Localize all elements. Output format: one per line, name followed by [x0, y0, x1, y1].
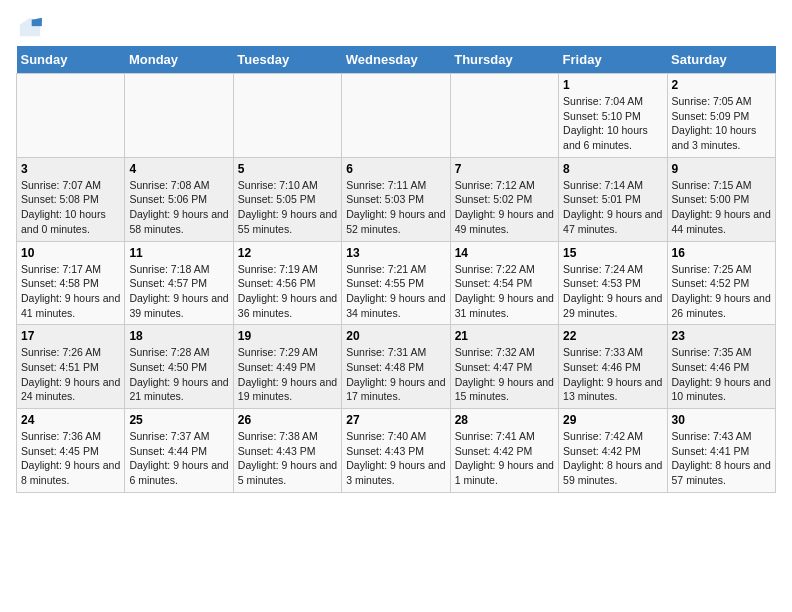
calendar-cell-w3d6: 15Sunrise: 7:24 AM Sunset: 4:53 PM Dayli…	[559, 241, 667, 325]
week-row-2: 3Sunrise: 7:07 AM Sunset: 5:08 PM Daylig…	[17, 157, 776, 241]
weekday-header-friday: Friday	[559, 46, 667, 74]
week-row-3: 10Sunrise: 7:17 AM Sunset: 4:58 PM Dayli…	[17, 241, 776, 325]
calendar-body: 1Sunrise: 7:04 AM Sunset: 5:10 PM Daylig…	[17, 74, 776, 493]
calendar-cell-w2d6: 8Sunrise: 7:14 AM Sunset: 5:01 PM Daylig…	[559, 157, 667, 241]
day-info: Sunrise: 7:38 AM Sunset: 4:43 PM Dayligh…	[238, 429, 337, 488]
weekday-header-sunday: Sunday	[17, 46, 125, 74]
calendar-cell-w2d3: 5Sunrise: 7:10 AM Sunset: 5:05 PM Daylig…	[233, 157, 341, 241]
day-number: 4	[129, 162, 228, 176]
calendar-cell-w1d6: 1Sunrise: 7:04 AM Sunset: 5:10 PM Daylig…	[559, 74, 667, 158]
calendar-cell-w1d2	[125, 74, 233, 158]
calendar-cell-w3d2: 11Sunrise: 7:18 AM Sunset: 4:57 PM Dayli…	[125, 241, 233, 325]
day-info: Sunrise: 7:43 AM Sunset: 4:41 PM Dayligh…	[672, 429, 771, 488]
day-number: 10	[21, 246, 120, 260]
day-info: Sunrise: 7:36 AM Sunset: 4:45 PM Dayligh…	[21, 429, 120, 488]
day-number: 1	[563, 78, 662, 92]
day-info: Sunrise: 7:28 AM Sunset: 4:50 PM Dayligh…	[129, 345, 228, 404]
week-row-1: 1Sunrise: 7:04 AM Sunset: 5:10 PM Daylig…	[17, 74, 776, 158]
calendar-cell-w4d2: 18Sunrise: 7:28 AM Sunset: 4:50 PM Dayli…	[125, 325, 233, 409]
weekday-header-saturday: Saturday	[667, 46, 775, 74]
calendar-cell-w2d7: 9Sunrise: 7:15 AM Sunset: 5:00 PM Daylig…	[667, 157, 775, 241]
day-info: Sunrise: 7:15 AM Sunset: 5:00 PM Dayligh…	[672, 178, 771, 237]
day-info: Sunrise: 7:05 AM Sunset: 5:09 PM Dayligh…	[672, 94, 771, 153]
day-number: 9	[672, 162, 771, 176]
calendar-cell-w5d5: 28Sunrise: 7:41 AM Sunset: 4:42 PM Dayli…	[450, 409, 558, 493]
calendar-cell-w1d1	[17, 74, 125, 158]
day-number: 20	[346, 329, 445, 343]
day-number: 24	[21, 413, 120, 427]
calendar-cell-w5d7: 30Sunrise: 7:43 AM Sunset: 4:41 PM Dayli…	[667, 409, 775, 493]
day-number: 6	[346, 162, 445, 176]
day-number: 23	[672, 329, 771, 343]
logo	[16, 16, 48, 38]
day-info: Sunrise: 7:26 AM Sunset: 4:51 PM Dayligh…	[21, 345, 120, 404]
calendar-cell-w4d7: 23Sunrise: 7:35 AM Sunset: 4:46 PM Dayli…	[667, 325, 775, 409]
calendar-table: SundayMondayTuesdayWednesdayThursdayFrid…	[16, 46, 776, 493]
day-info: Sunrise: 7:35 AM Sunset: 4:46 PM Dayligh…	[672, 345, 771, 404]
calendar-cell-w5d1: 24Sunrise: 7:36 AM Sunset: 4:45 PM Dayli…	[17, 409, 125, 493]
calendar-cell-w1d7: 2Sunrise: 7:05 AM Sunset: 5:09 PM Daylig…	[667, 74, 775, 158]
day-info: Sunrise: 7:42 AM Sunset: 4:42 PM Dayligh…	[563, 429, 662, 488]
weekday-header-row: SundayMondayTuesdayWednesdayThursdayFrid…	[17, 46, 776, 74]
calendar-cell-w3d4: 13Sunrise: 7:21 AM Sunset: 4:55 PM Dayli…	[342, 241, 450, 325]
weekday-header-thursday: Thursday	[450, 46, 558, 74]
day-number: 8	[563, 162, 662, 176]
day-number: 29	[563, 413, 662, 427]
day-number: 25	[129, 413, 228, 427]
week-row-5: 24Sunrise: 7:36 AM Sunset: 4:45 PM Dayli…	[17, 409, 776, 493]
day-info: Sunrise: 7:37 AM Sunset: 4:44 PM Dayligh…	[129, 429, 228, 488]
day-info: Sunrise: 7:10 AM Sunset: 5:05 PM Dayligh…	[238, 178, 337, 237]
day-info: Sunrise: 7:14 AM Sunset: 5:01 PM Dayligh…	[563, 178, 662, 237]
day-number: 27	[346, 413, 445, 427]
day-info: Sunrise: 7:11 AM Sunset: 5:03 PM Dayligh…	[346, 178, 445, 237]
day-info: Sunrise: 7:40 AM Sunset: 4:43 PM Dayligh…	[346, 429, 445, 488]
day-info: Sunrise: 7:33 AM Sunset: 4:46 PM Dayligh…	[563, 345, 662, 404]
day-info: Sunrise: 7:32 AM Sunset: 4:47 PM Dayligh…	[455, 345, 554, 404]
day-number: 3	[21, 162, 120, 176]
calendar-cell-w4d3: 19Sunrise: 7:29 AM Sunset: 4:49 PM Dayli…	[233, 325, 341, 409]
calendar-cell-w2d1: 3Sunrise: 7:07 AM Sunset: 5:08 PM Daylig…	[17, 157, 125, 241]
day-info: Sunrise: 7:41 AM Sunset: 4:42 PM Dayligh…	[455, 429, 554, 488]
day-number: 14	[455, 246, 554, 260]
day-number: 22	[563, 329, 662, 343]
day-info: Sunrise: 7:04 AM Sunset: 5:10 PM Dayligh…	[563, 94, 662, 153]
day-info: Sunrise: 7:07 AM Sunset: 5:08 PM Dayligh…	[21, 178, 120, 237]
logo-icon	[16, 16, 44, 38]
calendar-cell-w4d5: 21Sunrise: 7:32 AM Sunset: 4:47 PM Dayli…	[450, 325, 558, 409]
calendar-cell-w5d4: 27Sunrise: 7:40 AM Sunset: 4:43 PM Dayli…	[342, 409, 450, 493]
day-number: 15	[563, 246, 662, 260]
calendar-cell-w2d4: 6Sunrise: 7:11 AM Sunset: 5:03 PM Daylig…	[342, 157, 450, 241]
day-info: Sunrise: 7:22 AM Sunset: 4:54 PM Dayligh…	[455, 262, 554, 321]
day-info: Sunrise: 7:17 AM Sunset: 4:58 PM Dayligh…	[21, 262, 120, 321]
calendar-cell-w4d1: 17Sunrise: 7:26 AM Sunset: 4:51 PM Dayli…	[17, 325, 125, 409]
day-info: Sunrise: 7:19 AM Sunset: 4:56 PM Dayligh…	[238, 262, 337, 321]
calendar-cell-w5d2: 25Sunrise: 7:37 AM Sunset: 4:44 PM Dayli…	[125, 409, 233, 493]
day-number: 30	[672, 413, 771, 427]
day-number: 16	[672, 246, 771, 260]
day-number: 2	[672, 78, 771, 92]
day-number: 13	[346, 246, 445, 260]
day-info: Sunrise: 7:25 AM Sunset: 4:52 PM Dayligh…	[672, 262, 771, 321]
calendar-cell-w1d5	[450, 74, 558, 158]
calendar-cell-w4d6: 22Sunrise: 7:33 AM Sunset: 4:46 PM Dayli…	[559, 325, 667, 409]
weekday-header-monday: Monday	[125, 46, 233, 74]
calendar-cell-w1d3	[233, 74, 341, 158]
day-number: 19	[238, 329, 337, 343]
day-number: 5	[238, 162, 337, 176]
day-info: Sunrise: 7:29 AM Sunset: 4:49 PM Dayligh…	[238, 345, 337, 404]
calendar-cell-w4d4: 20Sunrise: 7:31 AM Sunset: 4:48 PM Dayli…	[342, 325, 450, 409]
day-info: Sunrise: 7:24 AM Sunset: 4:53 PM Dayligh…	[563, 262, 662, 321]
day-number: 26	[238, 413, 337, 427]
day-number: 18	[129, 329, 228, 343]
calendar-cell-w3d1: 10Sunrise: 7:17 AM Sunset: 4:58 PM Dayli…	[17, 241, 125, 325]
calendar-cell-w2d5: 7Sunrise: 7:12 AM Sunset: 5:02 PM Daylig…	[450, 157, 558, 241]
calendar-cell-w2d2: 4Sunrise: 7:08 AM Sunset: 5:06 PM Daylig…	[125, 157, 233, 241]
weekday-header-tuesday: Tuesday	[233, 46, 341, 74]
day-number: 28	[455, 413, 554, 427]
calendar-cell-w3d7: 16Sunrise: 7:25 AM Sunset: 4:52 PM Dayli…	[667, 241, 775, 325]
day-number: 12	[238, 246, 337, 260]
day-info: Sunrise: 7:21 AM Sunset: 4:55 PM Dayligh…	[346, 262, 445, 321]
day-info: Sunrise: 7:12 AM Sunset: 5:02 PM Dayligh…	[455, 178, 554, 237]
day-number: 11	[129, 246, 228, 260]
day-number: 21	[455, 329, 554, 343]
